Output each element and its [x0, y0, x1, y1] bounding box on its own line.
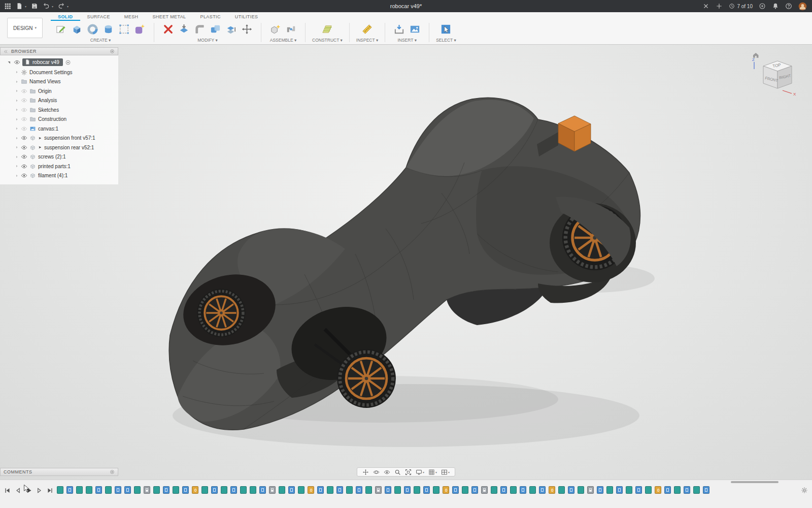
bounding-box-icon[interactable] [117, 22, 131, 37]
expand-arrow-icon[interactable] [7, 60, 12, 65]
joint-icon[interactable] [284, 22, 298, 37]
visibility-eye-icon[interactable] [21, 172, 27, 179]
primitive-box-icon[interactable] [70, 22, 84, 37]
timeline-feature-sketch[interactable] [76, 486, 83, 494]
torus-icon[interactable] [85, 22, 100, 37]
timeline-feature-joint[interactable] [549, 486, 555, 494]
timeline-feature-feature[interactable] [423, 486, 430, 494]
timeline-feature-feature[interactable] [520, 486, 526, 494]
job-status-badge[interactable]: 7 of 10 [729, 3, 753, 9]
timeline-feature-sketch[interactable] [645, 486, 652, 494]
timeline-feature-feature[interactable] [500, 486, 507, 494]
expand-arrow-icon[interactable] [15, 89, 19, 93]
step-back-icon[interactable] [14, 487, 22, 494]
visibility-eye-icon[interactable] [21, 88, 27, 94]
browser-item[interactable]: canvas:1 [0, 124, 118, 134]
grid-settings-icon[interactable] [428, 469, 435, 475]
timeline-feature-feature[interactable] [95, 486, 102, 494]
visibility-eye-icon[interactable] [21, 163, 27, 170]
timeline-feature-sketch[interactable] [105, 486, 112, 494]
browser-item[interactable]: printed parts:1 [0, 162, 118, 171]
combine-icon[interactable] [208, 22, 223, 37]
dropdown-caret-icon[interactable]: ▾ [52, 5, 53, 8]
dropdown-caret-icon[interactable]: ▾ [25, 5, 26, 8]
timeline-feature-feature[interactable] [211, 486, 218, 494]
timeline-feature-feature[interactable] [259, 486, 266, 494]
timeline-feature-sketch[interactable] [394, 486, 401, 494]
timeline-feature-feature[interactable] [66, 486, 73, 494]
new-component-icon[interactable] [268, 22, 283, 37]
browser-item[interactable]: Sketches [0, 105, 118, 115]
browser-item[interactable]: filament (4):1 [0, 171, 118, 181]
timeline-feature-component[interactable] [144, 486, 150, 494]
display-settings-icon[interactable] [416, 469, 422, 475]
decal-icon[interactable] [408, 22, 422, 37]
browser-root-row[interactable]: robocar v49 [0, 57, 118, 68]
timeline-feature-component[interactable] [587, 486, 594, 494]
group-dropdown-assemble[interactable]: ASSEMBLE ▾ [270, 38, 296, 43]
timeline-feature-sketch[interactable] [279, 486, 285, 494]
model-robocar[interactable] [0, 45, 812, 480]
tab-plastic[interactable]: PLASTIC [193, 12, 228, 21]
group-dropdown-select[interactable]: SELECT ▾ [436, 38, 456, 43]
look-at-icon[interactable] [384, 469, 390, 475]
timeline-feature-feature[interactable] [597, 486, 603, 494]
timeline-feature-sketch[interactable] [414, 486, 420, 494]
timeline-feature-sketch[interactable] [201, 486, 208, 494]
browser-item[interactable]: Construction [0, 115, 118, 124]
timeline-feature-feature[interactable] [317, 486, 324, 494]
browser-item[interactable]: Document Settings [0, 68, 118, 77]
group-dropdown-construct[interactable]: CONSTRUCT ▾ [312, 38, 343, 43]
group-dropdown-insert[interactable]: INSERT ▾ [397, 38, 417, 43]
workspace-switcher[interactable]: DESIGN ▾ [7, 18, 43, 38]
skip-end-icon[interactable] [46, 487, 54, 494]
delete-icon[interactable] [161, 22, 176, 37]
close-icon[interactable] [702, 3, 709, 10]
timeline-feature-feature[interactable] [336, 486, 343, 494]
zoom-icon[interactable] [394, 469, 401, 475]
timeline-feature-component[interactable] [481, 486, 488, 494]
timeline-feature-component[interactable] [375, 486, 382, 494]
tab-utilities[interactable]: UTILITIES [228, 12, 265, 21]
expand-arrow-icon[interactable] [15, 164, 19, 168]
timeline-feature-joint[interactable] [308, 486, 314, 494]
timeline-feature-joint[interactable] [192, 486, 198, 494]
viewcube[interactable]: Z TOP FRONT RIGHT X [750, 50, 799, 99]
timeline-feature-sketch[interactable] [250, 486, 256, 494]
expand-arrow-icon[interactable] [15, 155, 19, 159]
expand-arrow-icon[interactable] [15, 70, 19, 74]
timeline-feature-feature[interactable] [568, 486, 574, 494]
dropdown-caret-icon[interactable]: ▾ [423, 470, 424, 474]
timeline-feature-sketch[interactable] [606, 486, 613, 494]
orbit-icon[interactable] [373, 469, 380, 475]
timeline-feature-sketch[interactable] [693, 486, 700, 494]
redo-icon[interactable] [58, 3, 65, 10]
viewports-icon[interactable] [441, 469, 448, 475]
visibility-eye-icon[interactable] [14, 59, 20, 66]
dropdown-caret-icon[interactable]: ▾ [435, 470, 437, 474]
activate-component-radio[interactable] [65, 59, 71, 66]
insert-derive-icon[interactable] [392, 22, 407, 37]
browser-item[interactable]: Origin [0, 86, 118, 96]
root-component-pill[interactable]: robocar v49 [22, 58, 63, 66]
timeline-feature-sketch[interactable] [298, 486, 304, 494]
timeline-feature-sketch[interactable] [674, 486, 681, 494]
extensions-icon[interactable] [759, 3, 766, 10]
undo-icon[interactable] [43, 3, 50, 10]
timeline-feature-feature[interactable] [182, 486, 189, 494]
save-icon[interactable] [31, 3, 38, 10]
file-icon[interactable] [16, 3, 23, 10]
pan-icon[interactable] [362, 469, 369, 475]
timeline-feature-feature[interactable] [356, 486, 362, 494]
timeline-feature-feature[interactable] [703, 486, 709, 494]
create-sketch-icon[interactable] [54, 22, 69, 37]
timeline-feature-feature[interactable] [230, 486, 237, 494]
group-dropdown-inspect[interactable]: INSPECT ▾ [356, 38, 378, 43]
move-copy-icon[interactable] [240, 22, 254, 37]
construction-plane-icon[interactable] [320, 22, 334, 37]
viewport[interactable]: Z TOP FRONT RIGHT X [0, 45, 812, 480]
timeline-feature-feature[interactable] [471, 486, 478, 494]
visibility-eye-icon[interactable] [21, 144, 27, 151]
timeline-feature-feature[interactable] [684, 486, 690, 494]
tab-solid[interactable]: SOLID [51, 12, 80, 21]
